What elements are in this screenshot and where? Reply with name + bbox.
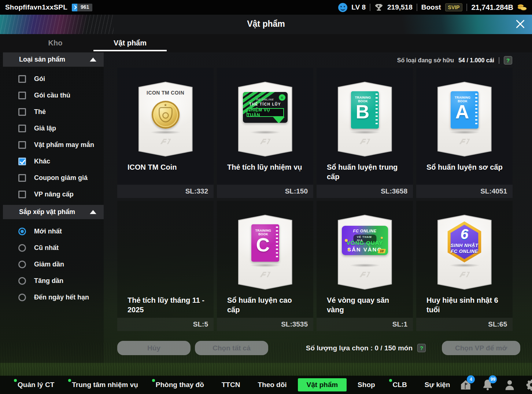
settings-button[interactable] xyxy=(525,378,532,392)
select-all-button[interactable]: Chọn tất cả xyxy=(195,341,268,355)
divider xyxy=(417,4,417,11)
filter-option-1[interactable]: Gói cầu thủ xyxy=(0,87,104,104)
training-book-icon: TRAINING BOOK C xyxy=(251,224,279,262)
filter-option-0[interactable]: Gói xyxy=(0,71,104,87)
fc-logo-watermark xyxy=(458,270,472,279)
nav-item-clb[interactable]: CLB xyxy=(384,378,416,391)
item-grid: ICON TM COIN ★ ICON TM Coin SL:332 ≡ FC … xyxy=(117,68,513,331)
help-icon[interactable]: ? xyxy=(417,344,426,352)
home-badge: 4 xyxy=(467,375,475,383)
nav-item-trung-tam-nhiem-vu[interactable]: Trung tâm nhiệm vụ xyxy=(63,378,147,391)
nav-item-vat-pham-active[interactable]: Vật phẩm xyxy=(298,378,347,391)
notify-dot xyxy=(389,379,392,382)
item-card-so-huan-luyen-trung-cap[interactable]: TRAINING BOOK B Sổ huấn luyện trung cấp … xyxy=(317,68,413,198)
profile-button[interactable] xyxy=(503,378,517,392)
checkbox xyxy=(18,108,26,116)
collapse-triangle-icon xyxy=(90,58,96,62)
item-card-the-tich-luy-nhiem-vu[interactable]: ≡ FC ONLINE THẺ TÍCH LŨY NHIỆM VỤ TUẦN T… xyxy=(217,68,313,198)
item-footer: SL:65 xyxy=(416,318,513,331)
checkbox xyxy=(18,191,26,198)
filter-option-7[interactable]: VP nâng cấp xyxy=(0,186,104,203)
filter-option-5[interactable]: Khác xyxy=(0,153,104,170)
item-footer: SL:3535 xyxy=(217,318,313,331)
rank-icon xyxy=(72,4,77,11)
modal-header: Vật phẩm xyxy=(0,15,532,34)
item-quantity: SL:3658 xyxy=(381,187,407,195)
sort-option-1[interactable]: Cũ nhất xyxy=(0,240,104,256)
card-art: FC ONLINE VÉ THAM GIA VÒNG QUAY SĂN VÀNG… xyxy=(338,215,392,290)
sort-option-2[interactable]: Giảm dần xyxy=(0,256,104,273)
tab-vat-pham[interactable]: Vật phẩm xyxy=(93,34,167,52)
card-art: TRAINING BOOK B xyxy=(338,82,392,157)
item-card-ve-vong-quay-san-vang[interactable]: FC ONLINE VÉ THAM GIA VÒNG QUAY SĂN VÀNG… xyxy=(317,201,413,331)
mission-card-art: ≡ FC ONLINE THẺ TÍCH LŨY NHIỆM VỤ TUẦN xyxy=(243,92,288,123)
tab-kho[interactable]: Kho xyxy=(18,34,93,52)
fc-logo-watermark xyxy=(358,137,372,146)
radio xyxy=(18,294,26,301)
spin-ticket-art: FC ONLINE VÉ THAM GIA VÒNG QUAY SĂN VÀNG… xyxy=(342,226,388,255)
nav-item-shop[interactable]: Shop xyxy=(349,378,384,391)
gold-coin-icon: ★ xyxy=(152,101,180,129)
svip-badge: SVIP xyxy=(445,3,463,11)
checkbox xyxy=(18,75,26,83)
notify-dot xyxy=(152,379,155,382)
nav-item-theo-doi[interactable]: Theo dõi xyxy=(249,378,295,391)
card-art: ≡ FC ONLINE THẺ TÍCH LŨY NHIỆM VỤ TUẦN xyxy=(238,82,292,157)
item-footer: SL:3658 xyxy=(317,185,413,198)
nav-item-quan-ly-ct[interactable]: Quản lý CT xyxy=(9,378,63,391)
open-vp-button[interactable]: Chọn VP để mở xyxy=(442,341,520,355)
item-card-huy-hieu-sinh-nhat-6-tuoi[interactable]: 6 SINH NHẬT FC ONLINE Huy hiệu sinh nhật… xyxy=(416,201,513,331)
item-card-icon-tm-coin[interactable]: ICON TM COIN ★ ICON TM Coin SL:332 xyxy=(117,68,214,198)
inventory-panel: Số loại đang sở hữu 54 / 1.000 cái ? ICO… xyxy=(104,52,532,363)
item-footer: SL:332 xyxy=(117,185,214,198)
checkbox xyxy=(18,92,26,99)
nav-item-su-kien[interactable]: Sự kiện xyxy=(416,378,459,391)
sort-option-0[interactable]: Mới nhất xyxy=(0,223,104,240)
sort-section-header[interactable]: Sắp xếp vật phẩm xyxy=(3,205,104,219)
item-quantity: SL:4051 xyxy=(480,187,507,195)
item-quantity: SL:3535 xyxy=(281,320,308,328)
radio-selected xyxy=(18,228,26,235)
filter-section-header[interactable]: Loại sản phẩm xyxy=(3,52,104,67)
player-name: Shopfifavn1xxSPL xyxy=(5,3,67,11)
close-icon[interactable] xyxy=(514,18,527,31)
item-name: Sổ huấn luyện trung cấp xyxy=(327,162,406,181)
home-button[interactable]: 4 xyxy=(459,378,473,392)
sort-option-4[interactable]: Đến ngày hết hạn xyxy=(0,289,104,306)
trophy-icon xyxy=(374,3,383,12)
item-quantity: SL:1 xyxy=(392,320,407,328)
person-icon xyxy=(503,379,516,391)
item-quantity: SL:150 xyxy=(285,187,308,195)
divider xyxy=(370,4,370,11)
filter-sidebar: Loại sản phẩm Gói Gói cầu thủ Thẻ Giả lậ… xyxy=(0,52,104,363)
green-triangle xyxy=(273,117,285,123)
item-quantity: SL:5 xyxy=(193,320,208,328)
item-name: Sổ huấn luyện cao cấp xyxy=(227,295,306,314)
nav-item-ttcn[interactable]: TTCN xyxy=(213,378,249,391)
training-book-icon: TRAINING BOOK B xyxy=(351,91,379,129)
sort-option-3[interactable]: Tăng dần xyxy=(0,273,104,289)
nav-item-phong-thay-do[interactable]: Phòng thay đồ xyxy=(147,378,213,391)
player-rank-badge: 961 xyxy=(72,4,92,11)
item-footer: SL:150 xyxy=(217,185,313,198)
item-name: Thẻ tích lũy tháng 11 - 2025 xyxy=(128,295,206,314)
fc-logo-watermark xyxy=(358,270,372,279)
item-footer: SL:1 xyxy=(317,318,413,331)
item-card-the-tich-luy-thang-11-2025[interactable]: Thẻ tích lũy tháng 11 - 2025 SL:5 xyxy=(117,201,214,331)
fc-logo-watermark xyxy=(258,270,272,279)
item-card-so-huan-luyen-cao-cap[interactable]: TRAINING BOOK C Sổ huấn luyện cao cấp SL… xyxy=(217,201,313,331)
filter-option-3[interactable]: Giả lập xyxy=(0,120,104,137)
notifications-badge: 99 xyxy=(489,375,497,383)
item-card-so-huan-luyen-so-cap[interactable]: TRAINING BOOK A Sổ huấn luyện sơ cấp SL:… xyxy=(416,68,513,198)
filter-option-6[interactable]: Coupon giảm giá xyxy=(0,170,104,186)
checkbox xyxy=(18,125,26,132)
notifications-button[interactable]: 99 xyxy=(481,378,495,392)
currency-amount: 21,741.284B xyxy=(471,3,513,12)
cancel-button[interactable]: Hủy xyxy=(117,341,191,355)
filter-option-2[interactable]: Thẻ xyxy=(0,104,104,120)
help-icon[interactable]: ? xyxy=(504,56,512,65)
boost-label: Boost xyxy=(421,3,441,11)
fc-logo-watermark xyxy=(458,137,472,146)
filter-option-4[interactable]: Vật phẩm may mắn xyxy=(0,137,104,153)
item-footer: SL:4051 xyxy=(416,185,513,198)
